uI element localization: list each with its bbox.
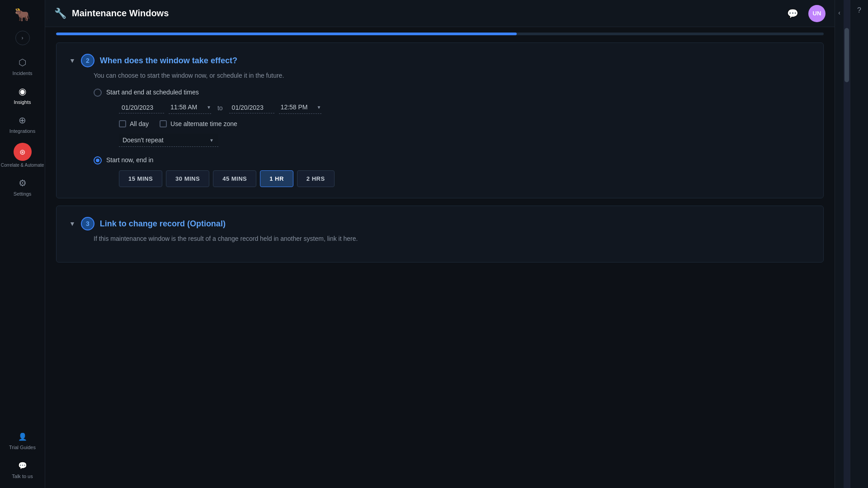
sidebar-expand-button[interactable]: ›: [15, 31, 30, 45]
start-time-dropdown-arrow[interactable]: ▼: [207, 105, 211, 110]
section-2-collapse-arrow[interactable]: ▼: [69, 57, 75, 64]
integrations-icon: ⊕: [16, 114, 29, 127]
section-3-card: ▼ 3 Link to change record (Optional) If …: [56, 206, 824, 263]
alt-timezone-checkbox[interactable]: [160, 120, 167, 127]
start-date-input[interactable]: [119, 102, 164, 113]
duration-15mins-button[interactable]: 15 MINS: [119, 170, 162, 187]
radio-start-now[interactable]: Start now, end in 15 MINS 30 MINS 45 MIN…: [94, 156, 811, 187]
help-question-icon[interactable]: ?: [857, 6, 861, 14]
duration-2hrs-button[interactable]: 2 HRS: [297, 170, 335, 187]
section-2-description: You can choose to start the window now, …: [94, 72, 811, 79]
top-progress-bar: [56, 33, 824, 35]
sidebar-item-label: Insights: [14, 99, 31, 105]
all-day-label: All day: [130, 120, 149, 127]
sidebar-item-settings[interactable]: ⚙ Settings: [0, 172, 45, 201]
start-time-input[interactable]: [169, 102, 205, 113]
logo[interactable]: 🐂: [13, 5, 33, 24]
sidebar-item-correlate[interactable]: ⊛ Correlate & Automate: [0, 138, 45, 172]
checkbox-all-day[interactable]: All day: [119, 120, 149, 127]
talk-icon: 💬: [16, 459, 29, 472]
logo-icon: 🐂: [14, 7, 30, 22]
duration-45mins-button[interactable]: 45 MINS: [213, 170, 256, 187]
end-time-input[interactable]: [279, 102, 315, 113]
maintenance-icon: 🔧: [54, 8, 66, 19]
left-chevron-icon[interactable]: ‹: [838, 9, 840, 16]
start-time-wrapper: ▼: [169, 102, 211, 114]
sidebar-item-incidents[interactable]: ⬡ Incidents: [0, 52, 45, 80]
sidebar-item-label: Integrations: [9, 128, 35, 134]
repeat-dropdown-arrow: ▼: [209, 138, 214, 143]
duration-30mins-button[interactable]: 30 MINS: [166, 170, 209, 187]
repeat-value: Doesn't repeat: [123, 136, 164, 144]
radio-scheduled[interactable]: Start and end at scheduled times ▼ to: [94, 88, 811, 147]
section-3-collapse-arrow[interactable]: ▼: [69, 220, 75, 227]
settings-icon: ⚙: [16, 177, 29, 189]
top-header: 🔧 Maintenance Windows 💬 UN: [45, 0, 835, 27]
radio-start-now-circle[interactable]: [94, 156, 102, 164]
end-time-dropdown-arrow[interactable]: ▼: [317, 105, 321, 110]
all-day-checkbox[interactable]: [119, 120, 126, 127]
help-panel: ?: [850, 0, 868, 488]
sidebar-item-label: Trial Guides: [9, 445, 36, 450]
duration-1hr-button[interactable]: 1 HR: [260, 170, 293, 187]
sidebar-bottom: 👤 Trial Guides 💬 Talk to us: [0, 426, 45, 483]
repeat-dropdown[interactable]: Doesn't repeat ▼: [119, 134, 321, 147]
radio-scheduled-circle[interactable]: [94, 89, 102, 97]
scrollbar-track: [844, 0, 850, 488]
sidebar-item-label: Settings: [14, 191, 32, 197]
main-area: 🔧 Maintenance Windows 💬 UN ▼ 2 When does…: [45, 0, 835, 488]
chat-icon[interactable]: 💬: [787, 8, 798, 19]
sidebar: 🐂 › ⬡ Incidents ◉ Insights ⊕ Integration…: [0, 0, 45, 488]
datetime-row: ▼ to ▼: [119, 102, 321, 114]
step-2-badge: 2: [81, 54, 94, 67]
sidebar-item-label: Incidents: [12, 70, 32, 76]
radio-scheduled-label: Start and end at scheduled times: [106, 89, 199, 96]
user-avatar[interactable]: UN: [808, 5, 826, 22]
to-separator: to: [217, 104, 223, 112]
radio-start-now-label: Start now, end in: [106, 156, 153, 164]
sidebar-item-talk-to-us[interactable]: 💬 Talk to us: [0, 455, 45, 483]
end-time-wrapper: ▼: [279, 102, 321, 114]
checkbox-row: All day Use alternate time zone: [119, 120, 321, 127]
incidents-icon: ⬡: [16, 56, 29, 69]
section-2-header: ▼ 2 When does the window take effect?: [69, 54, 811, 67]
correlate-icon: ⊛: [14, 143, 32, 161]
sidebar-item-label: Talk to us: [12, 474, 33, 479]
step-3-badge: 3: [81, 217, 94, 230]
insights-icon: ◉: [16, 85, 29, 98]
end-date-input[interactable]: [229, 102, 274, 113]
chevron-right-icon: ›: [22, 35, 24, 41]
scrollbar-thumb[interactable]: [844, 28, 849, 82]
sidebar-item-label: Correlate & Automate: [1, 163, 44, 168]
section-3-header: ▼ 3 Link to change record (Optional): [69, 217, 811, 230]
radio-group: Start and end at scheduled times ▼ to: [94, 88, 811, 187]
sidebar-item-insights[interactable]: ◉ Insights: [0, 80, 45, 109]
section-2-title: When does the window take effect?: [100, 56, 237, 66]
section-2-card: ▼ 2 When does the window take effect? Yo…: [56, 42, 824, 198]
section-3-description: If this maintenance window is the result…: [94, 235, 811, 242]
sidebar-item-trial-guides[interactable]: 👤 Trial Guides: [0, 426, 45, 455]
trial-guides-icon: 👤: [16, 430, 29, 443]
checkbox-alt-timezone[interactable]: Use alternate time zone: [160, 120, 237, 127]
sidebar-item-integrations[interactable]: ⊕ Integrations: [0, 109, 45, 138]
content-scroll[interactable]: ▼ 2 When does the window take effect? Yo…: [45, 27, 835, 488]
section-3-title: Link to change record (Optional): [100, 219, 226, 229]
alt-timezone-label: Use alternate time zone: [170, 120, 237, 127]
repeat-select[interactable]: Doesn't repeat ▼: [119, 134, 218, 147]
progress-fill: [56, 33, 517, 35]
right-collapse-panel[interactable]: ‹: [835, 0, 844, 488]
page-title: Maintenance Windows: [72, 8, 169, 19]
duration-buttons: 15 MINS 30 MINS 45 MINS 1 HR 2 HRS: [119, 170, 335, 187]
